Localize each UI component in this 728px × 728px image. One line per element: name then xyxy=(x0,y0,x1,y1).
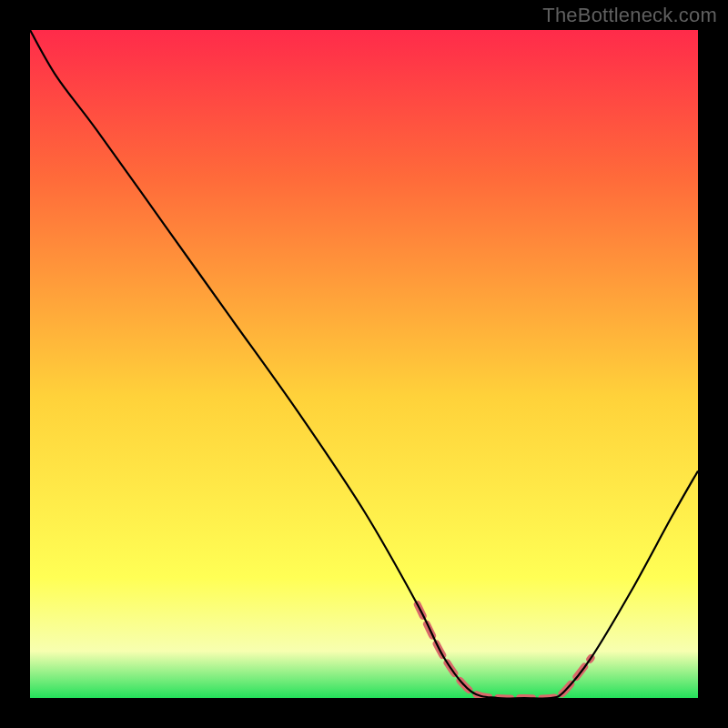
chart-frame: TheBottleneck.com xyxy=(0,0,728,728)
bottleneck-chart xyxy=(30,30,698,698)
watermark-text: TheBottleneck.com xyxy=(542,4,717,27)
gradient-background xyxy=(30,30,698,698)
